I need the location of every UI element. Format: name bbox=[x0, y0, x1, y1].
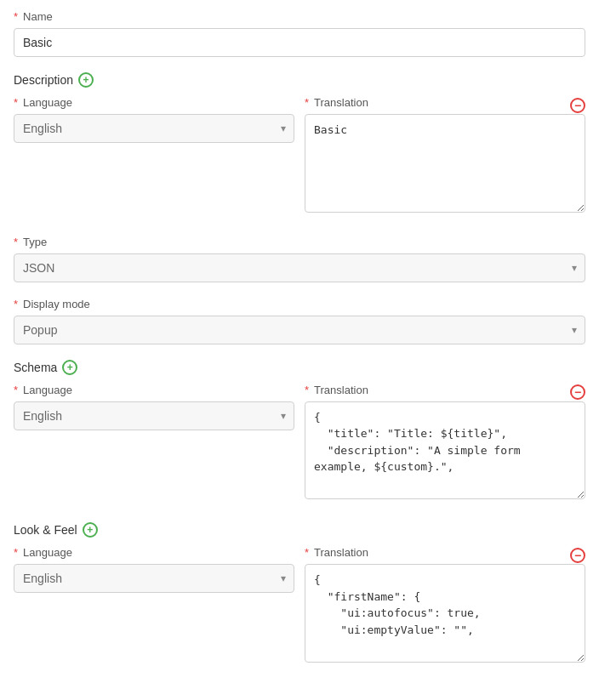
schema-language-label: * Language bbox=[14, 384, 294, 396]
name-label-text: Name bbox=[23, 10, 53, 23]
description-remove-icon[interactable]: − bbox=[570, 98, 585, 113]
schema-remove-icon[interactable]: − bbox=[570, 384, 585, 400]
description-translation-input[interactable]: Basic bbox=[305, 114, 585, 213]
schema-translation-label: * Translation bbox=[305, 384, 368, 396]
description-language-label: * Language bbox=[14, 96, 294, 109]
schema-translation-col: * Translation − { "title": "Title: ${tit… bbox=[305, 384, 585, 503]
name-required-star: * bbox=[14, 10, 18, 23]
schema-language-select-wrapper: English French Spanish German bbox=[14, 401, 294, 430]
type-field-group: * Type JSON XML YAML bbox=[14, 236, 585, 282]
schema-translation-input[interactable]: { "title": "Title: ${title}", "descripti… bbox=[305, 401, 585, 500]
type-select[interactable]: JSON XML YAML bbox=[14, 253, 585, 282]
description-section: Description + * Language English French … bbox=[14, 72, 585, 215]
name-input[interactable] bbox=[14, 28, 585, 57]
schema-translation-header: * Translation − bbox=[305, 384, 585, 401]
look-and-feel-translation-col: * Translation − { "firstName": { "ui:aut… bbox=[305, 546, 585, 665]
look-and-feel-add-icon[interactable]: + bbox=[83, 522, 98, 538]
schema-language-select[interactable]: English French Spanish German bbox=[14, 401, 294, 430]
look-and-feel-remove-icon[interactable]: − bbox=[570, 548, 585, 563]
description-translation-header: * Translation − bbox=[305, 96, 585, 114]
look-and-feel-language-label: * Language bbox=[14, 546, 294, 559]
display-mode-label: * Display mode bbox=[14, 298, 585, 310]
schema-section-label: Schema + bbox=[14, 360, 585, 375]
description-language-select-wrapper: English French Spanish German bbox=[14, 114, 294, 143]
description-language-col: * Language English French Spanish German bbox=[14, 96, 294, 143]
display-mode-select-wrapper: Popup Inline Modal bbox=[14, 316, 585, 344]
display-mode-select[interactable]: Popup Inline Modal bbox=[14, 316, 585, 344]
look-and-feel-language-col: * Language English French Spanish German bbox=[14, 546, 294, 593]
schema-language-col: * Language English French Spanish German bbox=[14, 384, 294, 430]
description-fields-row: * Language English French Spanish German… bbox=[14, 96, 585, 215]
type-label: * Type bbox=[14, 236, 585, 248]
description-section-label: Description + bbox=[14, 72, 585, 88]
schema-fields-row: * Language English French Spanish German… bbox=[14, 384, 585, 503]
schema-section: Schema + * Language English French Spani… bbox=[14, 360, 585, 503]
description-add-icon[interactable]: + bbox=[78, 72, 94, 88]
description-translation-label: * Translation bbox=[305, 96, 368, 109]
look-and-feel-language-select-wrapper: English French Spanish German bbox=[14, 564, 294, 593]
look-and-feel-language-select[interactable]: English French Spanish German bbox=[14, 564, 294, 593]
schema-add-icon[interactable]: + bbox=[62, 360, 77, 375]
look-and-feel-fields-row: * Language English French Spanish German… bbox=[14, 546, 585, 665]
look-and-feel-section: Look & Feel + * Language English French … bbox=[14, 522, 585, 665]
look-and-feel-section-label: Look & Feel + bbox=[14, 522, 585, 538]
type-select-wrapper: JSON XML YAML bbox=[14, 253, 585, 282]
look-and-feel-translation-input[interactable]: { "firstName": { "ui:autofocus": true, "… bbox=[305, 564, 585, 663]
name-field-group: * Name bbox=[14, 10, 585, 57]
description-translation-col: * Translation − Basic bbox=[305, 96, 585, 215]
name-label: * Name bbox=[14, 10, 585, 23]
display-mode-field-group: * Display mode Popup Inline Modal bbox=[14, 298, 585, 344]
description-label-text: Description bbox=[14, 73, 73, 87]
look-and-feel-translation-header: * Translation − bbox=[305, 546, 585, 564]
description-language-select[interactable]: English French Spanish German bbox=[14, 114, 294, 143]
look-and-feel-translation-label: * Translation bbox=[305, 546, 368, 559]
